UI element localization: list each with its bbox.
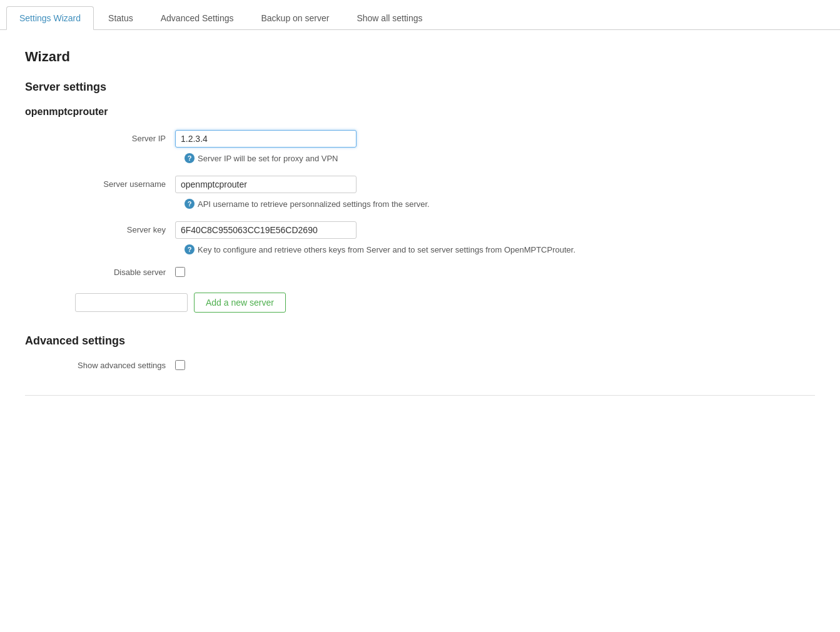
- server-key-row: Server key: [75, 221, 815, 239]
- main-content: Wizard Server settings openmptcprouter S…: [0, 30, 840, 414]
- add-server-button[interactable]: Add a new server: [194, 293, 286, 313]
- show-advanced-row: Show advanced settings: [25, 360, 815, 370]
- page-title: Wizard: [25, 49, 815, 65]
- add-server-row: Add a new server: [25, 293, 815, 313]
- server-ip-help-icon: ?: [185, 153, 195, 163]
- server-key-help: ? Key to configure and retrieve others k…: [185, 244, 815, 254]
- server-username-group: Server username ? API username to retrie…: [25, 176, 815, 209]
- tab-backup-on-server[interactable]: Backup on server: [248, 6, 343, 29]
- server-settings-title: Server settings: [25, 81, 815, 94]
- server-username-row: Server username: [75, 176, 815, 193]
- disable-server-label: Disable server: [75, 268, 175, 277]
- tab-show-all-settings[interactable]: Show all settings: [343, 6, 435, 29]
- disable-server-row: Disable server: [25, 267, 815, 277]
- disable-server-checkbox[interactable]: [175, 267, 185, 277]
- tab-settings-wizard[interactable]: Settings Wizard: [6, 6, 94, 30]
- advanced-settings-section: Advanced settings Show advanced settings: [25, 334, 815, 370]
- server-username-help-icon: ?: [185, 199, 195, 209]
- server-ip-row: Server IP: [75, 130, 815, 148]
- server-name: openmptcprouter: [25, 106, 815, 118]
- server-key-group: Server key ? Key to configure and retrie…: [25, 221, 815, 254]
- advanced-settings-title: Advanced settings: [25, 334, 815, 348]
- server-ip-group: Server IP ? Server IP will be set for pr…: [25, 130, 815, 163]
- server-ip-help: ? Server IP will be set for proxy and VP…: [185, 153, 815, 163]
- server-ip-label: Server IP: [75, 130, 175, 143]
- new-server-name-input[interactable]: [75, 293, 188, 312]
- tab-status[interactable]: Status: [95, 6, 146, 29]
- show-advanced-checkbox[interactable]: [175, 360, 185, 370]
- server-key-input[interactable]: [175, 221, 357, 239]
- show-advanced-label: Show advanced settings: [75, 361, 175, 370]
- server-ip-input[interactable]: [175, 130, 357, 148]
- server-username-label: Server username: [75, 176, 175, 189]
- server-username-input[interactable]: [175, 176, 357, 193]
- server-key-help-icon: ?: [185, 244, 195, 254]
- tabs-bar: Settings Wizard Status Advanced Settings…: [0, 0, 840, 30]
- footer-divider: [25, 395, 815, 396]
- server-key-label: Server key: [75, 221, 175, 234]
- server-username-help: ? API username to retrieve personnalized…: [185, 199, 815, 209]
- tab-advanced-settings[interactable]: Advanced Settings: [148, 6, 247, 29]
